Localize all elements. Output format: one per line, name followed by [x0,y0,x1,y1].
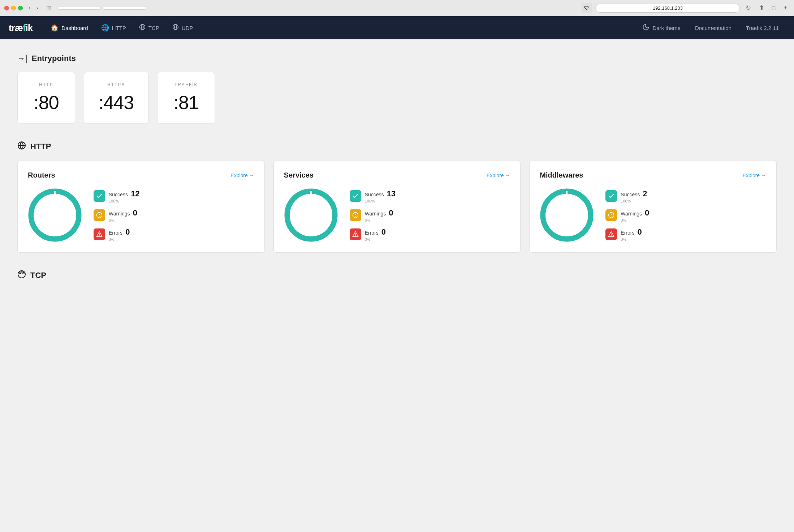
services-success-item: Success 13 100% [350,189,396,203]
svg-point-23 [355,235,356,236]
nav-dark-theme[interactable]: Dark theme [636,16,687,39]
services-error-label: Errors [365,230,379,236]
home-icon: 🏠 [51,24,59,32]
routers-error-item: Errors 0 0% [94,227,139,241]
add-button[interactable]: + [781,4,790,13]
middlewares-title: Middlewares [540,171,583,179]
svg-point-20 [355,216,356,217]
entrypoint-port-traefik: :81 [172,92,200,113]
svg-point-16 [296,200,326,230]
services-error-badge [350,228,361,240]
services-error-percent: 0% [365,237,386,241]
routers-stats-list: Success 12 100% [94,189,139,241]
traffic-lights [4,6,23,10]
services-warning-item: Warnings 0 0% [350,208,396,222]
middlewares-success-info: Success 2 100% [621,189,647,203]
http-section-icon [17,141,26,152]
tcp-section: TCP [17,270,777,281]
services-title: Services [284,171,314,179]
middlewares-success-label: Success [621,192,640,197]
entrypoints-section-header: →| Entrypoints [17,54,777,63]
browser-tab-2[interactable] [103,6,146,10]
routers-error-info: Errors 0 0% [109,227,130,241]
reload-button[interactable]: ↻ [743,3,753,13]
middlewares-error-item: Errors 0 0% [605,227,649,241]
middlewares-stats-list: Success 2 100% [605,189,649,241]
nav-right: Dark theme Documentation Traefik 2.2.11 [636,16,785,39]
minimize-button[interactable] [11,6,16,10]
routers-card-header: Routers Explore → [28,171,254,179]
routers-warning-count: 0 [133,208,137,218]
entrypoints-grid: HTTP :80 HTTPS :443 TRAEFIK :81 [17,72,777,124]
sidebar-toggle-button[interactable]: ⊞ [44,3,54,13]
new-tab-button[interactable]: ⧉ [769,4,778,13]
middlewares-warning-count: 0 [645,208,649,218]
nav-http[interactable]: 🌐 HTTP [95,16,133,39]
browser-tab[interactable] [57,6,101,10]
nav-dashboard[interactable]: 🏠 Dashboard [44,16,94,39]
entrypoint-card-http[interactable]: HTTP :80 [17,72,75,124]
services-explore-link[interactable]: Explore → [487,173,510,178]
udp-icon [172,24,179,32]
shield-icon: 🛡 [582,3,592,13]
middlewares-card-header: Middlewares Explore → [540,171,766,179]
traefik-navbar: træfik 🏠 Dashboard 🌐 HTTP TCP UDP [0,16,794,39]
dark-theme-icon [642,23,650,32]
warning-badge [94,209,105,221]
close-button[interactable] [4,6,9,10]
services-warning-percent: 0% [365,218,393,222]
middlewares-warning-label: Warnings [621,211,642,217]
maximize-button[interactable] [18,6,23,10]
success-badge [94,190,105,202]
entrypoint-card-https[interactable]: HTTPS :443 [84,72,148,124]
services-warning-label: Warnings [365,211,386,217]
routers-explore-link[interactable]: Explore → [230,173,254,178]
nav-udp[interactable]: UDP [166,16,200,39]
services-success-count: 13 [387,189,396,199]
routers-warning-percent: 0% [109,218,137,222]
routers-card-body: Success 12 100% [28,188,254,242]
routers-warning-item: Warnings 0 0% [94,208,139,222]
services-error-count: 0 [381,227,386,237]
tab-bar [57,6,578,10]
routers-donut [28,188,82,242]
routers-error-percent: 0% [109,237,130,241]
services-card-body: Success 13 100% [284,188,510,242]
middlewares-explore-label: Explore → [743,173,766,178]
routers-warning-label: Warnings [109,211,130,217]
svg-point-25 [552,200,582,230]
entrypoint-label-https: HTTPS [99,82,134,87]
routers-success-count: 12 [131,189,139,199]
error-badge [94,228,105,240]
entrypoint-card-traefik[interactable]: TRAEFIK :81 [157,72,215,124]
entrypoints-icon: →| [17,54,27,63]
nav-tcp-label: TCP [148,25,159,31]
services-donut [284,188,338,242]
services-stats-list: Success 13 100% [350,189,396,241]
share-button[interactable]: ⬆ [757,3,767,13]
traefik-logo: træfik [9,22,33,34]
middlewares-success-percent: 100% [621,199,647,203]
services-warning-count: 0 [389,208,393,218]
nav-documentation[interactable]: Documentation [689,16,738,39]
nav-version[interactable]: Traefik 2.2.11 [739,16,785,39]
middlewares-donut [540,188,594,242]
browser-actions: ⬆ ⧉ + [757,3,790,13]
svg-point-32 [611,235,612,236]
routers-warning-info: Warnings 0 0% [109,208,137,222]
nav-version-label: Traefik 2.2.11 [746,25,779,31]
middlewares-error-label: Errors [621,230,634,236]
services-card: Services Explore → [273,161,521,253]
nav-tcp[interactable]: TCP [133,16,166,39]
services-error-item: Errors 0 0% [350,227,396,241]
middlewares-explore-link[interactable]: Explore → [743,173,766,178]
entrypoint-port-http: :80 [32,92,60,113]
routers-success-percent: 100% [109,199,139,203]
entrypoints-title: Entrypoints [32,54,76,63]
dark-theme-label: Dark theme [652,25,681,31]
middlewares-success-badge [605,190,617,202]
address-bar[interactable]: 192.168.1.203 [595,4,740,13]
forward-button[interactable]: › [34,4,40,12]
back-button[interactable]: ‹ [26,4,33,12]
routers-card: Routers Explore → [17,161,265,253]
